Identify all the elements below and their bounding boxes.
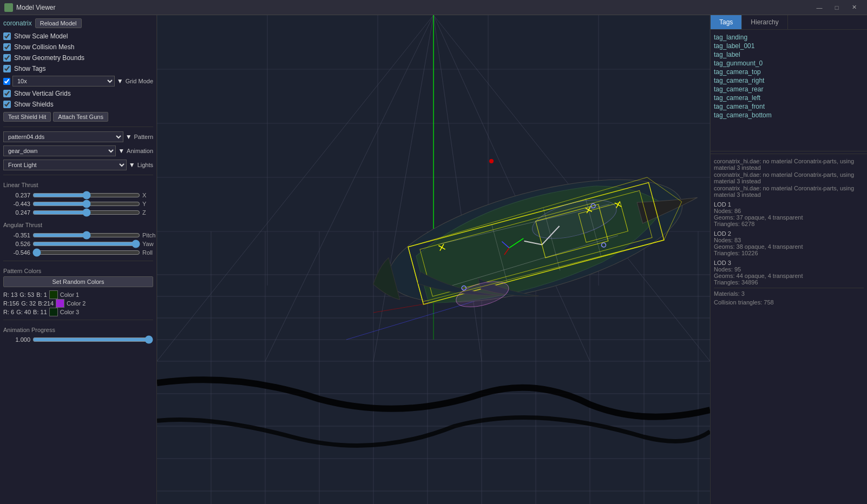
color2-r: R:156 — [3, 300, 19, 307]
lod1-geoms: Geoms: 37 opaque, 4 transparent — [714, 214, 864, 221]
lod2-title: LOD 2 — [714, 230, 864, 237]
angular-yaw-axis: Yaw — [142, 241, 153, 247]
lod1-tris: Triangles: 6278 — [714, 221, 864, 227]
linear-y-slider[interactable] — [32, 200, 140, 208]
tag-item-camera-rear[interactable]: tag_camera_rear — [714, 85, 864, 94]
lod2-tris: Triangles: 10226 — [714, 250, 864, 256]
show-collision-row: Show Collision Mesh — [3, 42, 153, 52]
color1-b: B: 1 — [36, 291, 47, 298]
linear-thrust-group: 0.237 X -0.443 Y 0.247 Z — [3, 191, 153, 216]
color3-label: Color 3 — [60, 309, 79, 315]
color1-g: G: 53 — [19, 291, 34, 298]
color3-r: R: 6 — [3, 309, 14, 315]
tag-item-camera-bottom[interactable]: tag_camera_bottom — [714, 111, 864, 120]
angular-yaw-slider[interactable] — [32, 240, 140, 248]
color1-r: R: 13 — [3, 291, 17, 298]
scene-svg — [157, 15, 710, 504]
show-vertical-checkbox[interactable] — [3, 90, 11, 97]
window-controls: — □ ✕ — [811, 0, 863, 15]
tag-item-camera-left[interactable]: tag_camera_left — [714, 94, 864, 102]
left-panel: coronatrix Reload Model Show Scale Model… — [0, 15, 157, 504]
tab-hierarchy[interactable]: Hierarchy — [742, 15, 787, 29]
pattern-label: Pattern — [134, 134, 153, 140]
color1-label: Color 1 — [60, 291, 79, 298]
set-random-colors-button[interactable]: Set Random Colors — [3, 276, 153, 287]
tag-item-gunmount[interactable]: tag_gunmount_0 — [714, 59, 864, 68]
lod3-tris: Triangles: 34896 — [714, 279, 864, 286]
viewport[interactable] — [157, 15, 710, 504]
color1-swatch[interactable] — [49, 290, 58, 299]
show-scale-checkbox[interactable] — [3, 32, 11, 40]
minimize-button[interactable]: — — [811, 0, 828, 15]
linear-z-axis: Z — [142, 209, 153, 216]
lod2-geoms: Geoms: 38 opaque, 4 transparent — [714, 243, 864, 250]
maximize-button[interactable]: □ — [828, 0, 845, 15]
angular-roll-value: -0.546 — [3, 249, 30, 256]
show-scale-row: Show Scale Model — [3, 31, 153, 41]
linear-z-slider[interactable] — [32, 209, 140, 216]
grid-checkbox[interactable] — [3, 78, 10, 85]
angular-thrust-group: -0.351 Pitch 0.526 Yaw -0.546 Roll — [3, 231, 153, 256]
close-button[interactable]: ✕ — [845, 0, 863, 15]
linear-x-slider[interactable] — [32, 191, 140, 199]
main-layout: coronatrix Reload Model Show Scale Model… — [0, 15, 867, 504]
app-icon — [4, 3, 13, 12]
grid-mode-label: Grid Mode — [126, 78, 153, 84]
tag-item-landing[interactable]: tag_landing — [714, 33, 864, 42]
linear-x-value: 0.237 — [3, 192, 30, 198]
right-panel: Tags Hierarchy tag_landing tag_label_001… — [710, 15, 867, 504]
color2-swatch[interactable] — [56, 299, 64, 308]
linear-y-axis: Y — [142, 201, 153, 207]
tag-item-camera-right[interactable]: tag_camera_right — [714, 76, 864, 85]
show-scale-label: Show Scale Model — [14, 32, 68, 40]
show-collision-checkbox[interactable] — [3, 43, 11, 51]
pattern-row: pattern04.dds ▼ Pattern — [3, 131, 153, 142]
angular-roll-axis: Roll — [142, 249, 153, 256]
angular-roll-row: -0.546 Roll — [3, 249, 153, 256]
lights-select[interactable]: Front Light — [3, 160, 127, 170]
show-collision-label: Show Collision Mesh — [14, 43, 74, 51]
reload-model-button[interactable]: Reload Model — [35, 18, 82, 28]
angular-roll-slider[interactable] — [32, 249, 140, 256]
animation-arrow: ▼ — [118, 147, 124, 155]
color3-swatch[interactable] — [49, 308, 58, 316]
lod1-nodes: Nodes: 86 — [714, 208, 864, 214]
lights-arrow: ▼ — [129, 161, 135, 169]
log-line-3: coronatrix_hi.dae: no material Coronatri… — [714, 185, 864, 198]
tag-item-label001[interactable]: tag_label_001 — [714, 42, 864, 50]
anim-progress-slider[interactable] — [32, 335, 153, 344]
show-geo-checkbox[interactable] — [3, 54, 11, 62]
tag-item-camera-top[interactable]: tag_camera_top — [714, 68, 864, 76]
color2-row: R:156 G: 32 B:214 Color 2 — [3, 299, 153, 308]
lights-label: Lights — [137, 162, 153, 168]
show-shields-checkbox[interactable] — [3, 101, 11, 108]
linear-x-axis: X — [142, 192, 153, 198]
show-shields-row: Show Shields — [3, 100, 153, 109]
tag-item-camera-front[interactable]: tag_camera_front — [714, 102, 864, 111]
show-tags-row: Show Tags — [3, 64, 153, 74]
log-line-1: coronatrix_hi.dae: no material Coronatri… — [714, 158, 864, 171]
animation-label: Animation — [127, 148, 153, 154]
show-tags-checkbox[interactable] — [3, 65, 11, 72]
tab-tags[interactable]: Tags — [711, 15, 742, 29]
grid-value-select[interactable]: 10x5x1x — [12, 76, 115, 87]
animation-select[interactable]: gear_down — [3, 145, 116, 156]
attach-guns-button[interactable]: Attach Test Guns — [53, 112, 108, 122]
lod1-title: LOD 1 — [714, 201, 864, 208]
test-shield-button[interactable]: Test Shield Hit — [3, 112, 51, 122]
log-line-2: coronatrix_hi.dae: no material Coronatri… — [714, 171, 864, 184]
tag-item-label[interactable]: tag_label — [714, 50, 864, 59]
linear-thrust-label: Linear Thrust — [3, 182, 153, 188]
lod3-section: LOD 3 Nodes: 95 Geoms: 44 opaque, 4 tran… — [714, 260, 864, 286]
anim-progress-row: 1.000 — [3, 335, 153, 344]
materials-stat: Materials: 3 — [714, 290, 864, 297]
svg-point-37 — [489, 159, 494, 163]
log-area: coronatrix_hi.dae: no material Coronatri… — [711, 154, 867, 309]
angular-pitch-slider[interactable] — [32, 231, 140, 239]
pattern-arrow: ▼ — [126, 133, 132, 141]
colors-section: R: 13 G: 53 B: 1 Color 1 R:156 G: 32 B:2… — [3, 290, 153, 316]
pattern-select[interactable]: pattern04.dds — [3, 131, 123, 142]
show-geo-label: Show Geometry Bounds — [14, 54, 84, 62]
color3-b: B: 11 — [33, 309, 47, 315]
lod2-nodes: Nodes: 83 — [714, 237, 864, 243]
